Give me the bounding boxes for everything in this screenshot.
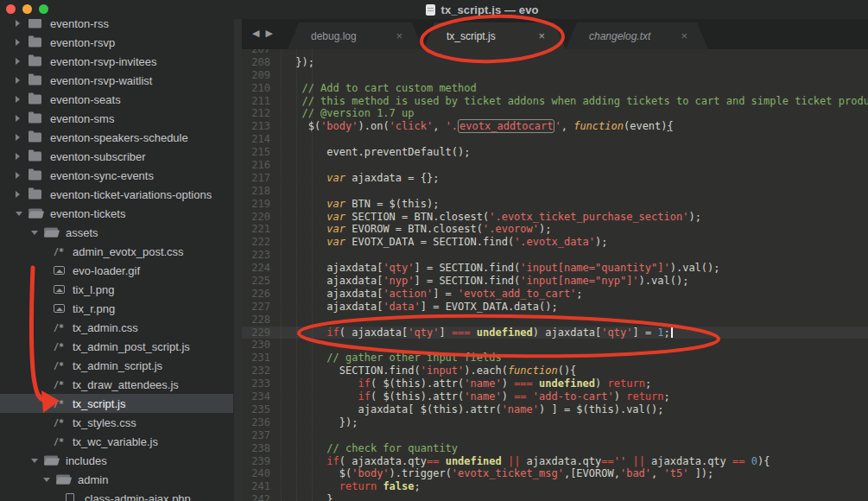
tab-debug.log[interactable]: debug.log× [288, 22, 423, 49]
folder-icon [29, 133, 41, 143]
editor-pane[interactable]: 207208 });209210 // Add to cart custom m… [242, 19, 868, 501]
sidebar-item-eventon-rsvp-invitees[interactable]: eventon-rsvp-invitees [0, 52, 233, 71]
chevron-down-icon[interactable] [31, 459, 38, 463]
close-button[interactable] [6, 4, 16, 14]
code-line-241[interactable]: 241 return false; [242, 480, 868, 493]
chevron-right-icon[interactable] [16, 153, 20, 160]
sidebar-item-label: tx_admin_post_script.js [73, 340, 190, 353]
code-line-214[interactable]: 214 [242, 133, 868, 146]
sidebar-item-tx_draw_attendees.js[interactable]: /*tx_draw_attendees.js [0, 375, 233, 394]
tab-back-icon[interactable]: ◀ [252, 28, 261, 38]
sidebar-item-includes[interactable]: includes [0, 451, 233, 470]
tab-changelog.txt[interactable]: changelog.txt× [566, 22, 708, 49]
chevron-right-icon[interactable] [16, 77, 20, 84]
code-line-217[interactable]: 217 var ajaxdata = {}; [242, 172, 868, 185]
chevron-down-icon[interactable] [43, 478, 50, 482]
sidebar-item-eventon-tickets[interactable]: eventon-tickets [0, 204, 233, 223]
tab-forward-icon[interactable]: ▶ [266, 28, 275, 38]
sidebar-item-tx_script.js[interactable]: /*tx_script.js [0, 394, 233, 413]
sidebar-item-tx_styles.css[interactable]: /*tx_styles.css [0, 413, 233, 432]
tab-tx_script.js[interactable]: tx_script.js× [423, 22, 566, 49]
file-tree-sidebar[interactable]: eventon-rsseventon-rsvpeventon-rsvp-invi… [0, 14, 233, 501]
sidebar-item-tx_wc_variable.js[interactable]: /*tx_wc_variable.js [0, 432, 233, 451]
sidebar-item-eventon-rsvp-waitlist[interactable]: eventon-rsvp-waitlist [0, 71, 233, 90]
chevron-down-icon[interactable] [31, 231, 38, 235]
code-line-231[interactable]: 231 // gather other input fields [242, 352, 868, 365]
close-tab-icon[interactable]: × [538, 29, 545, 42]
code-text: if( ajaxdata.qty== undefined || ajaxdata… [289, 455, 770, 467]
sidebar-item-eventon-sms[interactable]: eventon-sms [0, 109, 233, 128]
code-line-235[interactable]: 235 ajaxdata[ $(this).attr('name') ] = $… [242, 403, 868, 416]
sidebar-item-tx_admin_script.js[interactable]: /*tx_admin_script.js [0, 356, 233, 375]
code-line-238[interactable]: 238 // check for quantity [242, 442, 868, 455]
code-line-237[interactable]: 237 [242, 429, 868, 442]
folder-icon [29, 38, 41, 48]
chevron-right-icon[interactable] [16, 58, 20, 65]
sidebar-item-tix_r.png[interactable]: tix_r.png [0, 299, 233, 318]
sidebar-item-eventon-sync-events[interactable]: eventon-sync-events [0, 166, 233, 185]
close-tab-icon[interactable]: × [681, 29, 687, 42]
code-area[interactable]: 207208 });209210 // Add to cart custom m… [242, 43, 868, 501]
code-line-208[interactable]: 208 }); [242, 56, 868, 69]
code-line-240[interactable]: 240 $('body').trigger('evotx_ticket_msg'… [242, 467, 868, 480]
tabs: debug.log×tx_script.js×changelog.txt× [288, 22, 708, 49]
code-line-228[interactable]: 228 [242, 314, 868, 327]
code-line-230[interactable]: 230 [242, 339, 868, 352]
chevron-right-icon[interactable] [16, 172, 20, 179]
code-line-221[interactable]: 221 var EVOROW = BTN.closest('.evorow'); [242, 223, 868, 236]
code-line-242[interactable]: 242 } [242, 493, 868, 501]
code-line-222[interactable]: 222 var EVOTX_DATA = SECTION.find('.evot… [242, 236, 868, 249]
code-line-212[interactable]: 212 // @version 1.7 up [242, 107, 868, 120]
code-line-210[interactable]: 210 // Add to cart custom method [242, 82, 868, 95]
sidebar-item-eventon-subscriber[interactable]: eventon-subscriber [0, 147, 233, 166]
code-line-220[interactable]: 220 var SECTION = BTN.closest('.evotx_ti… [242, 211, 868, 224]
code-line-224[interactable]: 224 ajaxdata['qty'] = SECTION.find('inpu… [242, 262, 868, 275]
line-number: 242 [242, 493, 270, 501]
code-line-213[interactable]: 213 $('body').on('click', '.evotx_addtoc… [242, 120, 868, 133]
minimize-button[interactable] [22, 4, 32, 14]
chevron-right-icon[interactable] [16, 39, 20, 46]
code-line-219[interactable]: 219 var BTN = $(this); [242, 198, 868, 211]
code-line-225[interactable]: 225 ajaxdata['nyp'] = SECTION.find('inpu… [242, 275, 868, 288]
sidebar-item-eventon-ticket-variations-options[interactable]: eventon-ticket-variations-options [0, 185, 233, 204]
code-file-icon: /* [54, 361, 64, 371]
code-line-223[interactable]: 223 [242, 249, 868, 262]
code-line-227[interactable]: 227 ajaxdata['data'] = EVOTX_DATA.data()… [242, 301, 868, 314]
sidebar-scrollbar[interactable] [234, 19, 242, 501]
code-line-233[interactable]: 233 if( $(this).attr('name') === undefin… [242, 377, 868, 390]
chevron-right-icon[interactable] [16, 134, 20, 141]
code-line-232[interactable]: 232 SECTION.find('input').each(function(… [242, 365, 868, 377]
code-line-209[interactable]: 209 [242, 69, 868, 82]
sidebar-item-eventon-seats[interactable]: eventon-seats [0, 90, 233, 109]
sidebar-item-tx_admin_post_script.js[interactable]: /*tx_admin_post_script.js [0, 337, 233, 356]
code-line-216[interactable]: 216 [242, 159, 868, 172]
line-number: 209 [242, 69, 270, 81]
code-line-229[interactable]: 229 if( ajaxdata['qty'] === undefined) a… [242, 327, 868, 339]
sidebar-item-eventon-rsvp[interactable]: eventon-rsvp [0, 33, 233, 52]
code-line-215[interactable]: 215 event.preventDefault(); [242, 146, 868, 159]
image-file-icon [54, 266, 65, 275]
chevron-right-icon[interactable] [16, 191, 20, 198]
code-line-226[interactable]: 226 ajaxdata['action'] = 'evotx_add_to_c… [242, 288, 868, 301]
sidebar-item-evo-loader.gif[interactable]: evo-loader.gif [0, 261, 233, 280]
sidebar-item-admin_evotx_post.css[interactable]: /*admin_evotx_post.css [0, 242, 233, 261]
code-line-239[interactable]: 239 if( ajaxdata.qty== undefined || ajax… [242, 455, 868, 468]
sidebar-item-admin[interactable]: admin [0, 470, 233, 489]
code-line-234[interactable]: 234 if( $(this).attr('name') == 'add-to-… [242, 390, 868, 403]
chevron-right-icon[interactable] [16, 20, 20, 27]
sidebar-item-eventon-speakers-schedule[interactable]: eventon-speakers-schedule [0, 128, 233, 147]
chevron-down-icon[interactable] [16, 212, 22, 216]
close-tab-icon[interactable]: × [396, 29, 402, 42]
sidebar-item-tix_l.png[interactable]: tix_l.png [0, 280, 233, 299]
zoom-button[interactable] [39, 4, 48, 14]
line-number: 230 [242, 339, 270, 351]
sidebar-item-assets[interactable]: assets [0, 223, 233, 242]
chevron-right-icon[interactable] [16, 115, 20, 122]
sidebar-item-tx_admin.css[interactable]: /*tx_admin.css [0, 318, 233, 337]
chevron-right-icon[interactable] [16, 96, 20, 103]
sidebar-item-label: eventon-subscriber [50, 150, 146, 163]
code-line-236[interactable]: 236 }); [242, 416, 868, 429]
code-line-218[interactable]: 218 [242, 185, 868, 198]
code-line-211[interactable]: 211 // this method is used by ticket add… [242, 95, 868, 108]
sidebar-item-class-admin-ajax.php[interactable]: class-admin-ajax.php [0, 489, 233, 501]
